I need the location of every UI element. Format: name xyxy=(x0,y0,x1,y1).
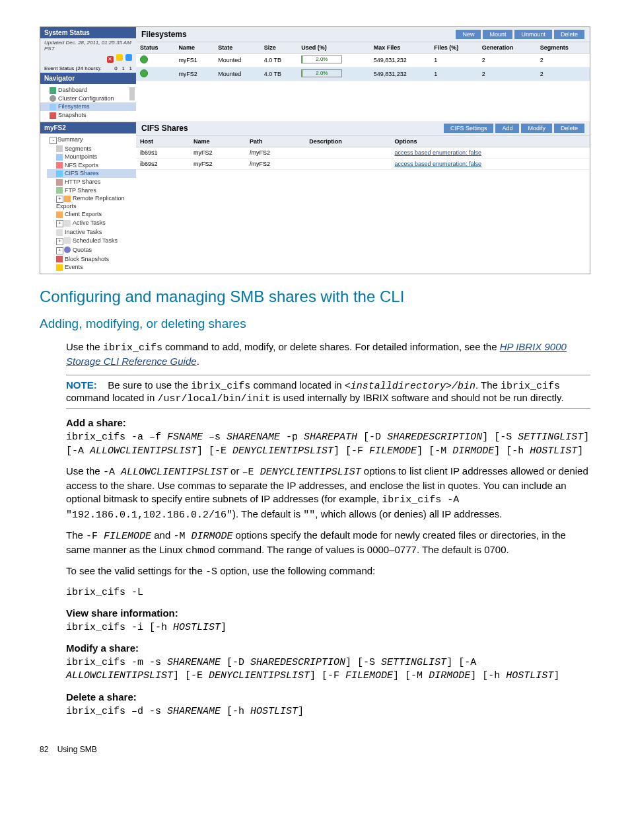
dashboard-icon xyxy=(50,87,56,94)
table-row[interactable]: myFS1 Mounted 4.0 TB 2.0% 549,831,232 1 … xyxy=(136,54,590,67)
col-state[interactable]: State xyxy=(214,42,260,54)
task-icon xyxy=(64,220,71,227)
event-status-line: Event Status (24 hours): 0 1 1 xyxy=(40,64,136,73)
expand-icon[interactable]: + xyxy=(56,247,63,254)
nav-cluster-config[interactable]: Cluster Configuration xyxy=(40,95,136,103)
tree-remote-repl[interactable]: +Remote Replication Exports xyxy=(47,194,136,210)
note-block: NOTE: Be sure to use the ibrix_cifs comm… xyxy=(66,375,590,409)
page-number: 82 xyxy=(40,745,48,754)
options-link[interactable]: access based enumeration: false xyxy=(394,161,481,167)
col-name[interactable]: Name xyxy=(174,42,214,54)
list-settings-command: ibrix_cifs -L xyxy=(66,586,590,599)
client-export-icon xyxy=(56,211,63,218)
segments-icon xyxy=(56,145,63,152)
quota-icon xyxy=(64,247,71,253)
note-label: NOTE: xyxy=(66,379,97,391)
task-icon xyxy=(56,229,63,236)
new-button[interactable]: New xyxy=(456,30,481,39)
delete-share-heading: Delete a share: xyxy=(66,691,590,703)
system-status-header: System Status xyxy=(40,27,136,38)
tree-nfs[interactable]: NFS Exports xyxy=(47,161,136,170)
filesystems-table: Status Name State Size Used (%) Max File… xyxy=(136,42,590,81)
myfs2-header: myFS2 xyxy=(40,122,136,134)
cifs-shares-panel-header: CIFS Shares CIFS Settings Add Modify Del… xyxy=(136,121,590,136)
col-gen[interactable]: Generation xyxy=(478,42,536,54)
cifs-icon xyxy=(56,171,63,177)
table-row[interactable]: ib69s2 myFS2 /myFS2 access based enumera… xyxy=(136,159,590,170)
options-link[interactable]: access based enumeration: false xyxy=(394,149,481,156)
collapse-icon[interactable]: - xyxy=(50,137,57,144)
updated-timestamp: Updated Dec. 28, 2011, 01:25:35 AM PST xyxy=(40,38,136,53)
paragraph: To see the valid settings for the -S opt… xyxy=(66,564,590,579)
add-share-heading: Add a share: xyxy=(66,417,590,428)
table-row[interactable]: myFS2 Mounted 4.0 TB 2.0% 549,831,232 1 … xyxy=(136,67,590,81)
col-path[interactable]: Path xyxy=(246,136,305,147)
add-button[interactable]: Add xyxy=(495,124,519,133)
tree-quotas[interactable]: +Quotas xyxy=(47,246,136,255)
col-seg[interactable]: Segments xyxy=(536,42,590,54)
page-footer: 82 Using SMB xyxy=(40,745,590,754)
unmount-button[interactable]: Unmount xyxy=(514,30,552,39)
warning-icon xyxy=(116,54,123,61)
col-used[interactable]: Used (%) xyxy=(297,42,369,54)
table-row[interactable]: ib69s1 myFS2 /myFS2 access based enumera… xyxy=(136,147,590,159)
tree-inactive-tasks[interactable]: Inactive Tasks xyxy=(47,228,136,237)
tree-segments[interactable]: Segments xyxy=(47,145,136,153)
delete-fs-button[interactable]: Delete xyxy=(554,30,584,39)
filesystem-icon xyxy=(50,104,56,110)
tree-mountpoints[interactable]: Mountpoints xyxy=(47,153,136,161)
tree-events[interactable]: Events xyxy=(47,263,136,272)
col-opts[interactable]: Options xyxy=(390,136,590,147)
delete-share-button[interactable]: Delete xyxy=(554,124,584,133)
paragraph: The -F FILEMODE and -M DIRMODE options s… xyxy=(66,529,590,558)
nfs-icon xyxy=(56,162,63,169)
expand-icon[interactable]: + xyxy=(56,196,63,203)
nav-snapshots[interactable]: Snapshots xyxy=(40,111,136,120)
task-icon xyxy=(64,237,71,244)
tree-block-snap[interactable]: Block Snapshots xyxy=(47,255,136,264)
status-ok-icon xyxy=(140,56,148,63)
view-share-heading: View share information: xyxy=(66,607,590,619)
expand-icon[interactable]: + xyxy=(56,238,63,245)
tree-summary[interactable]: -Summary xyxy=(40,135,136,145)
paragraph: Use the ibrix_cifs command to add, modif… xyxy=(66,340,590,369)
modify-share-heading: Modify a share: xyxy=(66,642,590,654)
info-icon xyxy=(125,54,132,61)
modify-share-command: ibrix_cifs -m -s SHARENAME [-D SHAREDESC… xyxy=(66,656,590,683)
col-status[interactable]: Status xyxy=(136,42,174,54)
paragraph: Use the -A ALLOWCLIENTIPSLIST or –E DENY… xyxy=(66,465,590,522)
used-bar: 2.0% xyxy=(301,69,342,77)
col-maxfiles[interactable]: Max Files xyxy=(370,42,431,54)
tree-cifs[interactable]: CIFS Shares xyxy=(47,169,136,178)
events-icon xyxy=(56,264,63,271)
col-desc[interactable]: Description xyxy=(305,136,390,147)
export-icon xyxy=(64,196,71,202)
tree-ftp[interactable]: FTP Shares xyxy=(47,186,136,195)
ui-screenshot: System Status Updated Dec. 28, 2011, 01:… xyxy=(40,26,590,274)
http-icon xyxy=(56,179,63,186)
tree-client-exp[interactable]: Client Exports xyxy=(47,210,136,219)
nav-dashboard[interactable]: Dashboard xyxy=(40,86,136,95)
col-name[interactable]: Name xyxy=(190,136,246,147)
status-ok-icon xyxy=(140,69,148,77)
filesystems-panel-header: Filesystems New Mount Unmount Delete xyxy=(136,27,590,42)
tree-scheduled-tasks[interactable]: +Scheduled Tasks xyxy=(47,237,136,246)
tree-active-tasks[interactable]: +Active Tasks xyxy=(47,219,136,228)
mount-button[interactable]: Mount xyxy=(483,30,512,39)
col-size[interactable]: Size xyxy=(260,42,298,54)
used-bar: 2.0% xyxy=(301,56,342,63)
snapshot-icon xyxy=(50,112,56,119)
gear-icon xyxy=(50,95,56,102)
nav-filesystems[interactable]: Filesystems xyxy=(40,102,136,111)
col-files[interactable]: Files (%) xyxy=(430,42,477,54)
cifs-settings-button[interactable]: CIFS Settings xyxy=(444,124,494,133)
subsection-heading: Adding, modifying, or deleting shares xyxy=(40,317,590,331)
expand-icon[interactable]: + xyxy=(56,220,63,227)
tree-http[interactable]: HTTP Shares xyxy=(47,178,136,186)
modify-button[interactable]: Modify xyxy=(521,124,552,133)
cifs-shares-table: Host Name Path Description Options ib69s… xyxy=(136,136,590,170)
view-share-command: ibrix_cifs -i [-h HOSTLIST] xyxy=(66,621,590,634)
error-icon: ✕ xyxy=(107,56,114,63)
scrollbar-thumb[interactable] xyxy=(129,87,135,100)
col-host[interactable]: Host xyxy=(136,136,190,147)
